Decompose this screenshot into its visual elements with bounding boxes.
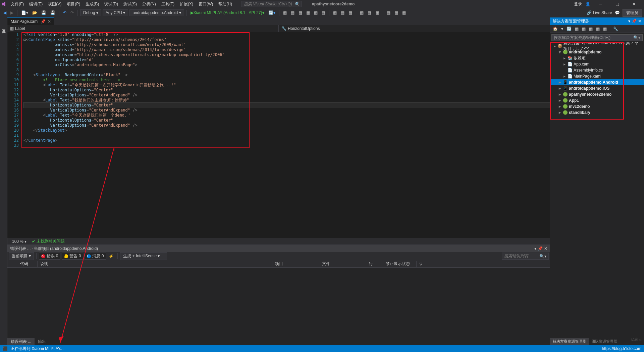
tree-arrow-icon[interactable]: ▸ xyxy=(558,80,561,85)
col-header[interactable]: 行 xyxy=(366,261,383,267)
tb-icon-14[interactable]: ▦ xyxy=(393,10,399,16)
tab-mainpage[interactable]: MainPage.xaml 📌 ✕ xyxy=(7,17,54,25)
tree-item[interactable]: ▸🟢standlibary xyxy=(550,109,644,116)
tb-icon-15[interactable]: ▦ xyxy=(401,10,407,16)
global-search-input[interactable]: 搜索 Visual Studio (Ctrl+Q) 🔍 xyxy=(241,1,302,7)
solution-tree[interactable]: ▸📦解决方案 "apathysnetcore2demo" (第 7 个项目，共 … xyxy=(550,42,644,338)
nav-fwd-button[interactable]: ▶ xyxy=(9,10,15,16)
close-button[interactable]: ✕ xyxy=(627,0,641,8)
tree-item[interactable]: ▸🟢mvc2demo xyxy=(550,103,644,109)
scope-dropdown[interactable]: 当前项目 ▾ xyxy=(9,252,34,260)
warnings-filter[interactable]: !警告 0 xyxy=(62,253,83,260)
pin-icon[interactable]: 📌 xyxy=(538,246,543,251)
liveshare-button[interactable]: 🔗 Live Share xyxy=(587,10,612,15)
panel-title-bar[interactable]: 解决方案资源管理器 ▾ 📌 ✕ xyxy=(550,17,644,25)
solution-search-input[interactable]: 搜索解决方案资源管理器(Ctrl+;) 🔍▾ xyxy=(551,34,643,41)
menu-item[interactable]: 生成(B) xyxy=(83,0,102,8)
tree-arrow-icon[interactable]: ▸ xyxy=(558,98,561,103)
tb-icon-3[interactable]: ▦ xyxy=(297,10,304,16)
filter-icon[interactable]: ▽ xyxy=(417,262,425,266)
no-issues-indicator[interactable]: ✔未找到相关问题 xyxy=(32,238,65,244)
tree-item[interactable]: ▸📚依赖项 xyxy=(550,55,644,61)
panel-header[interactable]: 错误列表 ... · 当前项目(androidappdemo.Android) … xyxy=(7,245,550,252)
close-icon[interactable]: ✕ xyxy=(638,19,641,24)
nav-back-button[interactable]: ◀ xyxy=(2,10,8,16)
sln-tb-5[interactable]: ▦ xyxy=(595,26,601,32)
tab-solution[interactable]: 解决方案资源管理器 xyxy=(550,338,589,345)
platform-dropdown[interactable]: Any CPU ▾ xyxy=(103,9,128,16)
chevron-down-icon[interactable]: ▾ xyxy=(534,246,536,251)
tree-arrow-icon[interactable]: ▸ xyxy=(553,44,556,48)
error-search-input[interactable]: 搜索错误列表🔍▾ xyxy=(502,253,549,260)
nav-member-dropdown[interactable]: 🔧 HorizontalOptions xyxy=(279,25,550,32)
menu-item[interactable]: 工具(T) xyxy=(159,0,177,8)
redo-button[interactable]: ↷ xyxy=(69,10,75,16)
tree-item[interactable]: ▸🟢apathysnetcore2demo xyxy=(550,91,644,97)
col-header[interactable]: 说明 xyxy=(38,261,272,267)
tree-arrow-icon[interactable]: ▾ xyxy=(558,50,561,54)
tree-arrow-icon[interactable]: ▸ xyxy=(558,86,561,91)
col-header[interactable]: 代码 xyxy=(17,261,38,267)
home-icon[interactable]: 🏠 xyxy=(551,26,559,32)
tab-errorlist[interactable]: 错误列表 ... xyxy=(7,338,35,345)
tree-arrow-icon[interactable]: ▸ xyxy=(563,74,566,79)
menu-item[interactable]: 调试(D) xyxy=(102,0,121,8)
sln-tb-4[interactable]: ▦ xyxy=(588,26,594,32)
tab-team[interactable]: 团队资源管理器 xyxy=(589,338,620,345)
tb-icon-7[interactable]: ▦ xyxy=(332,10,338,16)
tb-icon-10[interactable]: ▦ xyxy=(359,10,365,16)
menu-item[interactable]: 分析(N) xyxy=(140,0,159,8)
col-header[interactable]: 文件 xyxy=(319,261,366,267)
avatar-icon[interactable]: 👤 xyxy=(585,2,590,6)
menu-item[interactable]: 视图(V) xyxy=(45,0,64,8)
menu-item[interactable]: 帮助(H) xyxy=(216,0,235,8)
menu-item[interactable]: 测试(S) xyxy=(121,0,140,8)
tree-item[interactable]: ▸📱androidappdemo.Android xyxy=(550,79,644,85)
tb-icon-5[interactable]: ▦ xyxy=(313,10,319,16)
tb-icon-2[interactable]: ▦ xyxy=(289,10,296,16)
col-header[interactable]: 禁止显示状态 xyxy=(383,261,417,267)
tree-item[interactable]: ▸🟢App1 xyxy=(550,97,644,103)
tab-output[interactable]: 输出 xyxy=(35,338,49,345)
tree-arrow-icon[interactable]: ▸ xyxy=(563,62,566,67)
messages-filter[interactable]: i消息 0 xyxy=(85,253,106,260)
errors-filter[interactable]: ✕错误 0 xyxy=(39,253,60,260)
error-grid[interactable]: 代码说明项目文件行禁止显示状态▽ xyxy=(7,260,550,338)
open-button[interactable]: 📂 xyxy=(31,10,39,16)
refresh-button[interactable]: 🔄▾ xyxy=(267,10,277,16)
tree-item[interactable]: 📄AssemblyInfo.cs xyxy=(550,67,644,73)
code-editor[interactable]: 1234567891011121314151617181920212223 <?… xyxy=(7,32,550,238)
toolbox-tab[interactable]: 工具箱 xyxy=(0,24,7,28)
tb-icon-13[interactable]: ▦ xyxy=(385,10,392,16)
menu-item[interactable]: 扩展(X) xyxy=(177,0,196,8)
tb-icon-9[interactable]: ▦ xyxy=(347,10,354,16)
sln-tb-3[interactable]: ▦ xyxy=(581,26,587,32)
tree-item[interactable]: ▸📱androidappdemo.iOS xyxy=(550,85,644,91)
sln-tb-2[interactable]: ▦ xyxy=(574,26,580,32)
save-all-button[interactable]: 💾 xyxy=(49,10,57,16)
tree-arrow-icon[interactable]: ▸ xyxy=(558,92,561,97)
chevron-down-icon[interactable]: ▾ xyxy=(628,19,630,24)
close-icon[interactable]: ✕ xyxy=(48,19,51,24)
save-button[interactable]: 💾 xyxy=(40,10,48,16)
menu-item[interactable]: 窗口(W) xyxy=(196,0,216,8)
startup-dropdown[interactable]: androidappdemo.Android ▾ xyxy=(129,9,184,16)
pin-icon[interactable]: 📌 xyxy=(632,19,637,24)
feedback-icon[interactable]: 💬 xyxy=(615,10,620,15)
menu-item[interactable]: 项目(P) xyxy=(64,0,83,8)
menu-item[interactable]: 编辑(E) xyxy=(26,0,45,8)
tree-arrow-icon[interactable]: ▸ xyxy=(563,56,566,60)
tb-icon-11[interactable]: ▦ xyxy=(366,10,373,16)
build-filter-dropdown[interactable]: 生成 + IntelliSense ▾ xyxy=(120,252,167,260)
maximize-button[interactable]: ▢ xyxy=(610,0,624,8)
undo-button[interactable]: ↶ xyxy=(62,10,68,16)
nav-element-dropdown[interactable]: ▦ Label xyxy=(7,25,279,32)
tb-icon-8[interactable]: ▦ xyxy=(339,10,346,16)
pin-icon[interactable]: 📌 xyxy=(41,19,46,24)
menu-item[interactable]: 文件(F) xyxy=(8,0,26,8)
start-debug-button[interactable]: ▶ Xiaomi MI PLAY (Android 8.1 - API 27) … xyxy=(189,10,266,16)
tree-arrow-icon[interactable]: ▸ xyxy=(558,104,561,109)
tb-icon-6[interactable]: ▦ xyxy=(320,10,327,16)
login-link[interactable]: 登录 xyxy=(574,1,582,7)
col-header[interactable]: 项目 xyxy=(272,261,319,267)
